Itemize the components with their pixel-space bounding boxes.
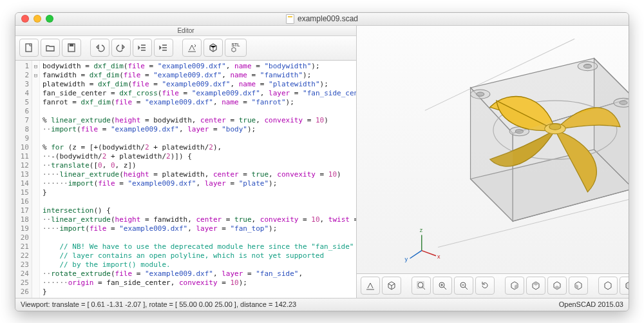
code-text[interactable]: bodywidth = dxf_dim(file = "example009.d… — [40, 61, 356, 298]
close-button[interactable] — [21, 15, 29, 23]
svg-text:y: y — [404, 255, 408, 262]
view-back-button[interactable] — [620, 277, 629, 295]
zoom-fit-button[interactable] — [412, 277, 431, 295]
svg-point-14 — [583, 64, 591, 68]
svg-line-28 — [410, 250, 422, 258]
export-stl-button[interactable]: STL⬡ — [225, 39, 247, 57]
code-editor[interactable]: 1234567891011121314151617181920212223242… — [15, 61, 356, 298]
3d-viewport[interactable]: z x y — [357, 26, 629, 273]
open-button[interactable] — [41, 39, 60, 57]
zoom-in-button[interactable] — [433, 277, 452, 295]
minimize-button[interactable] — [33, 15, 41, 23]
editor-pane: Editor STL⬡ 1234567891011121314151617181… — [15, 26, 357, 298]
viewport-status: Viewport: translate = [ 0.61 -1.31 -2.07… — [21, 300, 296, 308]
statusbar: Viewport: translate = [ 0.61 -1.31 -2.07… — [15, 298, 629, 311]
zoom-out-button[interactable] — [454, 277, 473, 295]
save-button[interactable] — [62, 39, 81, 57]
render-view-button[interactable] — [382, 277, 401, 295]
view-top-button[interactable] — [526, 277, 545, 295]
view-bottom-button[interactable] — [547, 277, 567, 295]
svg-line-38 — [465, 287, 468, 289]
view-right-button[interactable] — [505, 277, 524, 295]
editor-toolbar: STL⬡ — [15, 36, 356, 61]
fold-column[interactable]: ⊟⊟ — [32, 61, 40, 298]
preview-view-button[interactable] — [361, 277, 380, 295]
viewer-toolbar — [357, 273, 629, 298]
new-button[interactable] — [19, 39, 39, 57]
view-left-button[interactable] — [569, 277, 588, 295]
indent-button[interactable] — [154, 39, 173, 57]
svg-point-30 — [418, 282, 423, 288]
render-button[interactable] — [204, 39, 223, 57]
content-split: Editor STL⬡ 1234567891011121314151617181… — [15, 26, 629, 298]
zoom-button[interactable] — [46, 15, 53, 23]
outdent-button[interactable] — [133, 39, 152, 57]
document-icon — [286, 14, 294, 24]
app-window: example009.scad Editor STL⬡ 123456 — [15, 12, 629, 311]
svg-text:z: z — [420, 227, 423, 233]
undo-button[interactable] — [90, 39, 109, 57]
window-title: example009.scad — [298, 14, 358, 23]
svg-rect-2 — [70, 44, 73, 46]
editor-pane-title: Editor — [15, 26, 356, 36]
reset-view-button[interactable] — [475, 277, 495, 295]
titlebar: example009.scad — [15, 13, 629, 26]
viewer-pane: z x y — [357, 26, 629, 298]
version-label: OpenSCAD 2015.03 — [559, 300, 623, 308]
svg-line-34 — [444, 287, 446, 289]
line-number-gutter: 1234567891011121314151617181920212223242… — [15, 61, 32, 298]
svg-rect-0 — [26, 44, 32, 52]
window-controls — [15, 15, 53, 23]
preview-button[interactable] — [182, 39, 202, 57]
model-render: z x y — [357, 26, 629, 273]
view-front-button[interactable] — [598, 277, 618, 295]
redo-button[interactable] — [111, 39, 131, 57]
svg-text:x: x — [437, 253, 440, 259]
svg-line-26 — [422, 250, 436, 255]
